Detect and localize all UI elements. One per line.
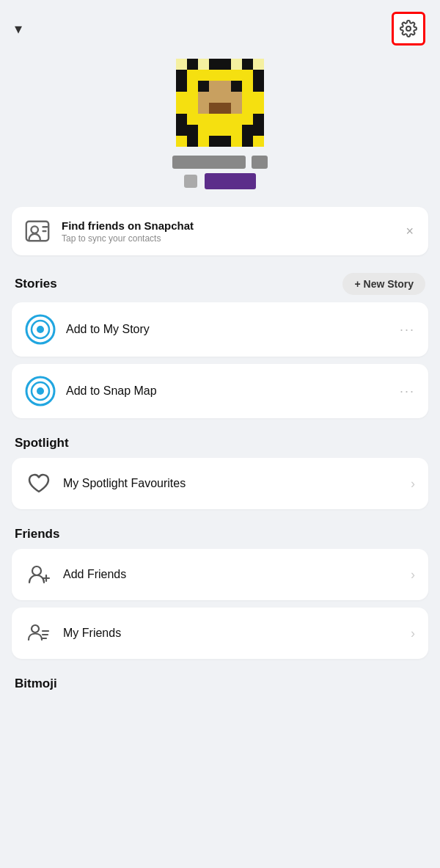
svg-rect-47 bbox=[242, 114, 253, 125]
svg-rect-35 bbox=[198, 103, 209, 114]
svg-rect-5 bbox=[220, 59, 231, 70]
avatar-section bbox=[0, 51, 440, 201]
svg-rect-59 bbox=[198, 136, 209, 147]
stories-title: Stories bbox=[15, 277, 57, 291]
svg-rect-58 bbox=[187, 136, 198, 147]
svg-rect-55 bbox=[242, 125, 253, 136]
my-story-label: Add to My Story bbox=[66, 323, 389, 336]
username-row bbox=[172, 156, 268, 169]
svg-rect-63 bbox=[242, 136, 253, 147]
svg-rect-54 bbox=[231, 125, 242, 136]
svg-rect-27 bbox=[198, 92, 209, 103]
svg-rect-7 bbox=[242, 59, 253, 70]
svg-point-0 bbox=[406, 26, 411, 31]
svg-rect-53 bbox=[220, 125, 231, 136]
svg-rect-50 bbox=[187, 125, 198, 136]
svg-rect-14 bbox=[231, 70, 242, 81]
svg-rect-24 bbox=[253, 81, 264, 92]
info-redacted-purple bbox=[205, 173, 256, 189]
svg-point-74 bbox=[37, 387, 44, 395]
svg-rect-62 bbox=[231, 136, 242, 147]
find-friends-subtitle: Tap to sync your contacts bbox=[62, 233, 392, 244]
my-friends-card[interactable]: My Friends › bbox=[12, 608, 428, 659]
svg-rect-3 bbox=[198, 59, 209, 70]
svg-rect-42 bbox=[187, 114, 198, 125]
my-friends-chevron-icon: › bbox=[411, 626, 415, 641]
svg-rect-12 bbox=[209, 70, 220, 81]
find-friends-text: Find friends on Snapchat Tap to sync you… bbox=[62, 219, 392, 244]
add-to-my-story-card[interactable]: Add to My Story ··· bbox=[12, 302, 428, 357]
svg-rect-51 bbox=[198, 125, 209, 136]
svg-rect-11 bbox=[198, 70, 209, 81]
svg-rect-31 bbox=[242, 92, 253, 103]
svg-rect-56 bbox=[253, 125, 264, 136]
close-banner-button[interactable]: × bbox=[403, 221, 417, 242]
spotlight-favourites-card[interactable]: My Spotlight Favourites › bbox=[12, 458, 428, 509]
svg-rect-18 bbox=[187, 81, 198, 92]
svg-rect-49 bbox=[176, 125, 187, 136]
svg-rect-30 bbox=[231, 92, 242, 103]
my-story-more-icon[interactable]: ··· bbox=[400, 322, 415, 338]
svg-rect-16 bbox=[253, 70, 264, 81]
svg-rect-13 bbox=[220, 70, 231, 81]
spotlight-favourites-label: My Spotlight Favourites bbox=[63, 477, 400, 490]
svg-rect-39 bbox=[242, 103, 253, 114]
add-friends-chevron-icon: › bbox=[411, 567, 415, 583]
svg-rect-52 bbox=[209, 125, 220, 136]
snap-map-icon bbox=[25, 376, 56, 406]
gear-icon bbox=[400, 20, 417, 37]
svg-rect-45 bbox=[220, 114, 231, 125]
svg-rect-34 bbox=[187, 103, 198, 114]
svg-rect-64 bbox=[253, 136, 264, 147]
snap-map-label: Add to Snap Map bbox=[66, 384, 389, 398]
find-friends-title: Find friends on Snapchat bbox=[62, 219, 392, 232]
spotlight-title: Spotlight bbox=[15, 436, 69, 451]
add-friends-card[interactable]: Add Friends › bbox=[12, 549, 428, 600]
username-redacted-short bbox=[252, 156, 268, 169]
svg-point-71 bbox=[37, 326, 44, 333]
snap-map-more-icon[interactable]: ··· bbox=[400, 384, 415, 399]
svg-rect-6 bbox=[231, 59, 242, 70]
svg-rect-43 bbox=[198, 114, 209, 125]
svg-rect-32 bbox=[253, 92, 264, 103]
add-friends-label: Add Friends bbox=[63, 568, 400, 581]
find-friends-banner[interactable]: Find friends on Snapchat Tap to sync you… bbox=[12, 207, 428, 255]
svg-rect-40 bbox=[253, 103, 264, 114]
svg-rect-44 bbox=[209, 114, 220, 125]
stories-section-header: Stories + New Story bbox=[0, 267, 440, 302]
header: ▾ bbox=[0, 0, 440, 51]
chevron-down-icon[interactable]: ▾ bbox=[15, 20, 22, 37]
svg-rect-29 bbox=[220, 92, 231, 103]
new-story-button[interactable]: + New Story bbox=[342, 273, 425, 295]
svg-rect-60 bbox=[209, 136, 220, 147]
svg-rect-19 bbox=[198, 81, 209, 92]
find-friends-icon bbox=[23, 217, 51, 245]
svg-rect-21 bbox=[220, 81, 231, 92]
add-friends-icon bbox=[25, 561, 53, 588]
svg-rect-46 bbox=[231, 114, 242, 125]
svg-point-66 bbox=[31, 226, 38, 233]
info-redacted-tiny bbox=[184, 175, 197, 188]
username-redacted bbox=[172, 156, 246, 169]
settings-button[interactable] bbox=[392, 12, 425, 45]
add-to-snap-map-card[interactable]: Add to Snap Map ··· bbox=[12, 364, 428, 418]
svg-rect-10 bbox=[187, 70, 198, 81]
svg-rect-41 bbox=[176, 114, 187, 125]
svg-point-78 bbox=[32, 625, 39, 632]
svg-rect-33 bbox=[176, 103, 187, 114]
svg-point-75 bbox=[32, 566, 41, 575]
svg-rect-57 bbox=[176, 136, 187, 147]
svg-rect-36 bbox=[209, 103, 220, 114]
spotlight-chevron-icon: › bbox=[411, 476, 415, 492]
svg-rect-1 bbox=[176, 59, 187, 70]
svg-rect-20 bbox=[209, 81, 220, 92]
svg-rect-28 bbox=[209, 92, 220, 103]
avatar[interactable] bbox=[176, 59, 264, 147]
my-friends-icon bbox=[25, 619, 53, 647]
svg-rect-8 bbox=[253, 59, 264, 70]
svg-rect-15 bbox=[242, 70, 253, 81]
svg-rect-37 bbox=[220, 103, 231, 114]
friends-title: Friends bbox=[15, 527, 59, 541]
info-row bbox=[184, 173, 256, 189]
svg-rect-26 bbox=[187, 92, 198, 103]
